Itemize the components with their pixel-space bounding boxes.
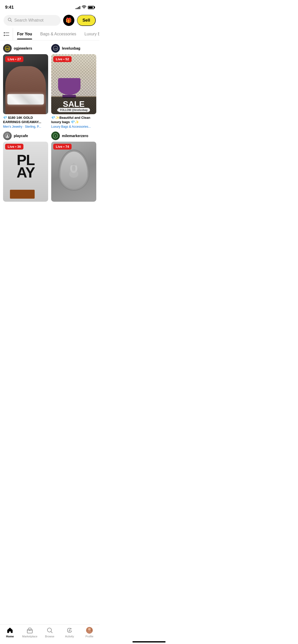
status-bar: 9:41: [0, 0, 99, 13]
search-icon: [8, 18, 12, 23]
live-badge-playcafe: Live • 36: [5, 144, 23, 150]
live-card-leveluxbag[interactable]: LUX leveluxbag Live • 52 SALE LUXURY H: [51, 44, 96, 128]
seller-name-leveluxbag: leveluxbag: [62, 46, 80, 50]
card-title-leveluxbag: 💎✨Beautiful and Clean luxury bags 💎✨: [51, 116, 96, 124]
avatar-milemarkerzero: 0: [51, 131, 60, 140]
gift-icon: 🎁: [65, 17, 72, 23]
search-placeholder: Search Whatnot: [14, 18, 44, 23]
thumbnail-milemarkerzero: Live • 74: [51, 142, 96, 202]
avatar-ogjewelers: OG: [3, 44, 12, 53]
live-badge-leveluxbag: Live • 52: [53, 56, 72, 62]
card-desc-milemarkerzero: [51, 203, 96, 204]
search-bar[interactable]: Search Whatnot: [4, 15, 61, 26]
seller-name-milemarkerzero: milemarkerzero: [62, 134, 88, 138]
card-desc-leveluxbag: 💎✨Beautiful and Clean luxury bags 💎✨ Lux…: [51, 116, 96, 128]
card-desc-ogjewelers: 💎 $180 14K GOLD EARRINGS GIVEAWAY... Men…: [3, 116, 48, 128]
tab-luxury-bags[interactable]: Luxury Bags: [80, 29, 99, 39]
cameo-decoration: [59, 151, 88, 189]
card-subtitle-leveluxbag: Luxury Bags & Accessories...: [51, 125, 96, 128]
svg-point-3: [4, 35, 5, 36]
seller-row-leveluxbag: LUX leveluxbag: [51, 44, 96, 53]
live-badge-milemarkerzero: Live • 74: [53, 144, 72, 150]
live-card-playcafe[interactable]: playcafe PLAY Live • 36: [3, 131, 48, 204]
live-card-ogjewelers[interactable]: OG ogjewelers Live • 27 💎 $180 14K GOLD …: [3, 44, 48, 128]
avatar-leveluxbag: LUX: [51, 44, 60, 53]
seller-row-playcafe: playcafe: [3, 131, 48, 140]
play-text-overlay: PLAY: [3, 154, 48, 179]
svg-text:OG: OG: [6, 47, 9, 50]
svg-point-2: [4, 32, 5, 34]
status-icons: [76, 5, 94, 10]
battery-icon: [88, 6, 94, 9]
search-container: Search Whatnot 🎁 Sell: [0, 13, 99, 28]
seller-row-milemarkerzero: 0 milemarkerzero: [51, 131, 96, 140]
live-grid: OG ogjewelers Live • 27 💎 $180 14K GOLD …: [0, 40, 99, 207]
svg-point-0: [84, 8, 84, 9]
thumbnail-playcafe: PLAY Live • 36: [3, 142, 48, 202]
category-tabs: For You Bags & Accessories Luxury Bags: [0, 28, 99, 40]
tab-for-you[interactable]: For You: [13, 29, 36, 39]
svg-point-11: [7, 135, 8, 136]
card-title-ogjewelers: 💎 $180 14K GOLD EARRINGS GIVEAWAY...: [3, 116, 48, 124]
status-time: 9:41: [5, 5, 14, 10]
tab-bags-accessories[interactable]: Bags & Accessories: [36, 29, 80, 39]
tabs-menu-icon[interactable]: [0, 28, 13, 40]
signal-icon: [76, 6, 80, 9]
sale-text: SALE: [54, 99, 94, 109]
card-desc-playcafe: [3, 203, 48, 204]
follow-tag: FOLLOW @leveluxbag: [58, 108, 90, 112]
svg-text:0: 0: [55, 135, 56, 137]
seller-name-playcafe: playcafe: [14, 134, 28, 138]
thumbnail-ogjewelers: Live • 27: [3, 54, 48, 114]
gift-button[interactable]: 🎁: [63, 15, 74, 26]
live-badge-ogjewelers: Live • 27: [5, 56, 23, 62]
seller-row-ogjewelers: OG ogjewelers: [3, 44, 48, 53]
seller-name-ogjewelers: ogjewelers: [14, 46, 32, 50]
thumbnail-leveluxbag: Live • 52 SALE LUXURY HANDBAGS FOLLOW @l…: [51, 54, 96, 114]
sell-button[interactable]: Sell: [77, 15, 96, 26]
avatar-playcafe: [3, 131, 12, 140]
wifi-icon: [82, 5, 86, 10]
live-card-milemarkerzero[interactable]: 0 milemarkerzero: [51, 131, 96, 204]
card-subtitle-ogjewelers: Men's Jewelry · Sterling, P...: [3, 125, 48, 128]
svg-text:LUX: LUX: [54, 48, 57, 50]
